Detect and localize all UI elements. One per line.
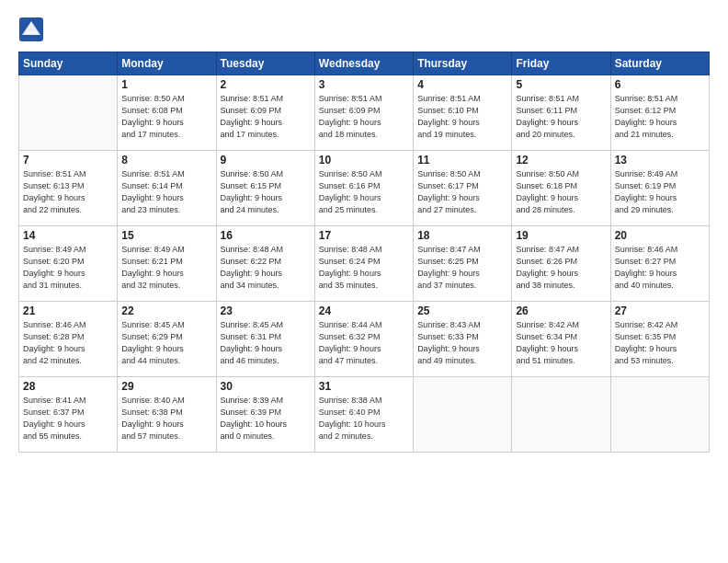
day-info: Sunrise: 8:49 AMSunset: 6:19 PMDaylight:… <box>615 168 705 216</box>
day-info: Sunrise: 8:50 AMSunset: 6:15 PMDaylight:… <box>221 168 311 216</box>
day-info: Sunrise: 8:51 AMSunset: 6:14 PMDaylight:… <box>121 168 211 216</box>
day-number: 4 <box>417 78 507 91</box>
day-info: Sunrise: 8:51 AMSunset: 6:09 PMDaylight:… <box>319 93 409 141</box>
day-number: 28 <box>23 380 113 393</box>
calendar-cell: 8Sunrise: 8:51 AMSunset: 6:14 PMDaylight… <box>118 151 216 226</box>
day-number: 1 <box>121 78 211 91</box>
calendar-week-row: 21Sunrise: 8:46 AMSunset: 6:28 PMDayligh… <box>19 302 710 377</box>
day-number: 8 <box>121 154 211 167</box>
day-number: 19 <box>516 229 606 242</box>
weekday-header-saturday: Saturday <box>610 52 709 75</box>
calendar-cell: 28Sunrise: 8:41 AMSunset: 6:37 PMDayligh… <box>19 377 118 453</box>
day-number: 17 <box>319 229 409 242</box>
weekday-header-friday: Friday <box>512 52 610 75</box>
calendar-cell: 13Sunrise: 8:49 AMSunset: 6:19 PMDayligh… <box>610 151 709 226</box>
calendar-week-row: 14Sunrise: 8:49 AMSunset: 6:20 PMDayligh… <box>19 226 710 302</box>
day-info: Sunrise: 8:40 AMSunset: 6:38 PMDaylight:… <box>121 395 211 442</box>
calendar-cell: 31Sunrise: 8:38 AMSunset: 6:40 PMDayligh… <box>314 377 413 453</box>
day-info: Sunrise: 8:48 AMSunset: 6:24 PMDaylight:… <box>319 244 409 292</box>
calendar-cell: 9Sunrise: 8:50 AMSunset: 6:15 PMDaylight… <box>216 151 314 226</box>
day-number: 6 <box>615 78 705 91</box>
day-info: Sunrise: 8:49 AMSunset: 6:20 PMDaylight:… <box>23 244 113 292</box>
day-number: 10 <box>319 154 409 167</box>
day-number: 23 <box>221 304 311 317</box>
calendar-cell: 2Sunrise: 8:51 AMSunset: 6:09 PMDaylight… <box>216 75 314 151</box>
calendar-cell: 22Sunrise: 8:45 AMSunset: 6:29 PMDayligh… <box>118 302 216 377</box>
weekday-header-tuesday: Tuesday <box>216 52 314 75</box>
calendar-cell: 11Sunrise: 8:50 AMSunset: 6:17 PMDayligh… <box>414 151 512 226</box>
day-number: 15 <box>121 229 211 242</box>
day-info: Sunrise: 8:51 AMSunset: 6:10 PMDaylight:… <box>417 93 507 141</box>
day-number: 24 <box>319 304 409 317</box>
calendar-cell <box>610 377 709 453</box>
day-info: Sunrise: 8:46 AMSunset: 6:28 PMDaylight:… <box>23 319 113 367</box>
weekday-header-monday: Monday <box>118 52 216 75</box>
logo <box>18 17 48 42</box>
calendar-cell: 6Sunrise: 8:51 AMSunset: 6:12 PMDaylight… <box>610 75 709 151</box>
calendar-cell <box>19 75 118 151</box>
day-info: Sunrise: 8:50 AMSunset: 6:17 PMDaylight:… <box>417 168 507 216</box>
calendar-cell: 17Sunrise: 8:48 AMSunset: 6:24 PMDayligh… <box>314 226 413 302</box>
calendar-cell: 19Sunrise: 8:47 AMSunset: 6:26 PMDayligh… <box>512 226 610 302</box>
day-number: 31 <box>319 380 409 393</box>
day-number: 11 <box>417 154 507 167</box>
calendar-cell: 4Sunrise: 8:51 AMSunset: 6:10 PMDaylight… <box>414 75 512 151</box>
weekday-header-wednesday: Wednesday <box>314 52 413 75</box>
day-info: Sunrise: 8:43 AMSunset: 6:33 PMDaylight:… <box>417 319 507 367</box>
day-info: Sunrise: 8:42 AMSunset: 6:35 PMDaylight:… <box>615 319 705 367</box>
day-info: Sunrise: 8:48 AMSunset: 6:22 PMDaylight:… <box>221 244 311 292</box>
calendar-cell: 20Sunrise: 8:46 AMSunset: 6:27 PMDayligh… <box>610 226 709 302</box>
day-info: Sunrise: 8:44 AMSunset: 6:32 PMDaylight:… <box>319 319 409 367</box>
calendar-body: 1Sunrise: 8:50 AMSunset: 6:08 PMDaylight… <box>19 75 710 453</box>
calendar-cell <box>414 377 512 453</box>
calendar-week-row: 28Sunrise: 8:41 AMSunset: 6:37 PMDayligh… <box>19 377 710 453</box>
logo-icon <box>18 17 44 42</box>
header <box>18 17 710 42</box>
svg-rect-2 <box>26 31 37 34</box>
day-info: Sunrise: 8:49 AMSunset: 6:21 PMDaylight:… <box>121 244 211 292</box>
day-number: 27 <box>615 304 705 317</box>
calendar-cell <box>512 377 610 453</box>
calendar-cell: 5Sunrise: 8:51 AMSunset: 6:11 PMDaylight… <box>512 75 610 151</box>
calendar-cell: 18Sunrise: 8:47 AMSunset: 6:25 PMDayligh… <box>414 226 512 302</box>
day-number: 25 <box>417 304 507 317</box>
day-info: Sunrise: 8:42 AMSunset: 6:34 PMDaylight:… <box>516 319 606 367</box>
day-number: 12 <box>516 154 606 167</box>
calendar-cell: 16Sunrise: 8:48 AMSunset: 6:22 PMDayligh… <box>216 226 314 302</box>
day-number: 16 <box>221 229 311 242</box>
calendar-cell: 24Sunrise: 8:44 AMSunset: 6:32 PMDayligh… <box>314 302 413 377</box>
day-info: Sunrise: 8:47 AMSunset: 6:26 PMDaylight:… <box>516 244 606 292</box>
day-number: 22 <box>121 304 211 317</box>
day-number: 3 <box>319 78 409 91</box>
day-info: Sunrise: 8:45 AMSunset: 6:31 PMDaylight:… <box>221 319 311 367</box>
day-number: 21 <box>23 304 113 317</box>
calendar-cell: 29Sunrise: 8:40 AMSunset: 6:38 PMDayligh… <box>118 377 216 453</box>
calendar-cell: 15Sunrise: 8:49 AMSunset: 6:21 PMDayligh… <box>118 226 216 302</box>
day-number: 29 <box>121 380 211 393</box>
day-info: Sunrise: 8:51 AMSunset: 6:09 PMDaylight:… <box>221 93 311 141</box>
calendar-week-row: 7Sunrise: 8:51 AMSunset: 6:13 PMDaylight… <box>19 151 710 226</box>
day-number: 13 <box>615 154 705 167</box>
day-number: 26 <box>516 304 606 317</box>
day-number: 20 <box>615 229 705 242</box>
weekday-header-sunday: Sunday <box>19 52 118 75</box>
day-number: 18 <box>417 229 507 242</box>
calendar-cell: 10Sunrise: 8:50 AMSunset: 6:16 PMDayligh… <box>314 151 413 226</box>
calendar-cell: 14Sunrise: 8:49 AMSunset: 6:20 PMDayligh… <box>19 226 118 302</box>
day-number: 7 <box>23 154 113 167</box>
day-number: 30 <box>221 380 311 393</box>
calendar-cell: 12Sunrise: 8:50 AMSunset: 6:18 PMDayligh… <box>512 151 610 226</box>
calendar-cell: 23Sunrise: 8:45 AMSunset: 6:31 PMDayligh… <box>216 302 314 377</box>
day-info: Sunrise: 8:41 AMSunset: 6:37 PMDaylight:… <box>23 395 113 442</box>
day-number: 14 <box>23 229 113 242</box>
day-info: Sunrise: 8:50 AMSunset: 6:08 PMDaylight:… <box>121 93 211 141</box>
day-number: 9 <box>221 154 311 167</box>
calendar-cell: 3Sunrise: 8:51 AMSunset: 6:09 PMDaylight… <box>314 75 413 151</box>
calendar-cell: 30Sunrise: 8:39 AMSunset: 6:39 PMDayligh… <box>216 377 314 453</box>
day-info: Sunrise: 8:51 AMSunset: 6:12 PMDaylight:… <box>615 93 705 141</box>
day-number: 2 <box>221 78 311 91</box>
page: SundayMondayTuesdayWednesdayThursdayFrid… <box>0 0 728 462</box>
day-info: Sunrise: 8:51 AMSunset: 6:11 PMDaylight:… <box>516 93 606 141</box>
day-info: Sunrise: 8:47 AMSunset: 6:25 PMDaylight:… <box>417 244 507 292</box>
calendar-week-row: 1Sunrise: 8:50 AMSunset: 6:08 PMDaylight… <box>19 75 710 151</box>
